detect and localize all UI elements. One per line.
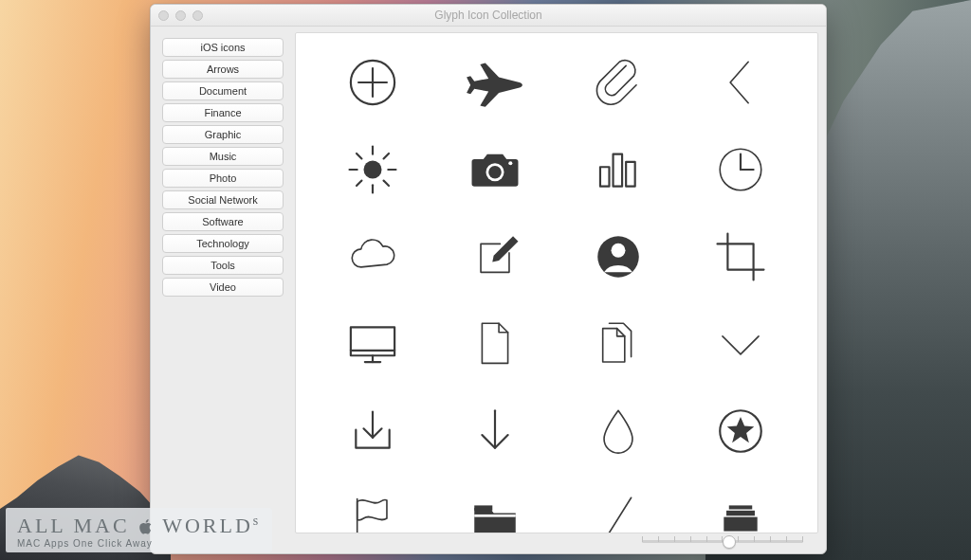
category-finance[interactable]: Finance	[162, 103, 284, 122]
download-icon[interactable]	[311, 388, 434, 475]
zoom-slider[interactable]	[642, 534, 803, 548]
svg-rect-16	[613, 154, 622, 187]
chevron-left-icon[interactable]	[680, 39, 803, 126]
category-tools[interactable]: Tools	[162, 256, 284, 275]
svg-line-10	[383, 154, 388, 158]
compose-icon[interactable]	[434, 213, 558, 300]
category-document[interactable]: Document	[162, 81, 284, 100]
category-sidebar: iOS icons Arrows Document Finance Graphi…	[151, 27, 295, 554]
category-technology[interactable]: Technology	[162, 234, 284, 253]
traffic-lights	[158, 10, 203, 21]
svg-point-3	[363, 160, 381, 178]
arrow-down-icon[interactable]	[434, 388, 558, 475]
contact-icon[interactable]	[557, 213, 680, 300]
watermark-line1: ALL MAC WORLDs	[17, 514, 261, 538]
category-graphic[interactable]: Graphic	[162, 125, 284, 144]
titlebar[interactable]: Glyph Icon Collection	[151, 5, 826, 27]
svg-rect-15	[600, 167, 610, 186]
camera-icon[interactable]	[434, 126, 558, 213]
airplane-icon[interactable]	[434, 39, 558, 126]
zoom-button[interactable]	[192, 10, 203, 21]
crop-icon[interactable]	[680, 213, 803, 300]
category-arrows[interactable]: Arrows	[162, 60, 284, 79]
document-icon[interactable]	[434, 300, 558, 388]
clock-icon[interactable]	[680, 126, 803, 213]
flag-icon[interactable]	[311, 475, 434, 533]
category-ios-icons[interactable]: iOS icons	[162, 38, 284, 57]
plus-circle-icon[interactable]	[311, 39, 434, 126]
icon-grid	[296, 33, 817, 533]
drop-icon[interactable]	[557, 388, 680, 475]
svg-point-22	[611, 244, 625, 258]
svg-line-9	[383, 181, 388, 186]
paperclip-icon[interactable]	[557, 39, 680, 126]
cloud-icon[interactable]	[311, 213, 434, 300]
svg-rect-33	[724, 517, 758, 532]
app-window: Glyph Icon Collection iOS icons Arrows D…	[150, 4, 827, 554]
icon-canvas[interactable]	[295, 32, 818, 533]
minimize-button[interactable]	[175, 10, 186, 21]
bar-chart-icon[interactable]	[557, 126, 680, 213]
svg-rect-17	[626, 162, 635, 187]
svg-point-13	[488, 166, 502, 179]
zoom-slider-track[interactable]	[642, 540, 803, 543]
monitor-icon[interactable]	[311, 300, 434, 388]
svg-point-14	[509, 161, 513, 165]
category-social-network[interactable]: Social Network	[162, 190, 284, 209]
category-video[interactable]: Video	[162, 278, 284, 297]
apple-logo-icon	[139, 519, 153, 534]
close-button[interactable]	[158, 10, 169, 21]
category-photo[interactable]: Photo	[162, 169, 284, 188]
stack-icon[interactable]	[680, 475, 803, 533]
desktop-wallpaper: Glyph Icon Collection iOS icons Arrows D…	[0, 0, 971, 560]
chevron-down-icon[interactable]	[680, 300, 803, 388]
svg-rect-31	[474, 515, 516, 517]
svg-rect-30	[474, 505, 492, 510]
category-software[interactable]: Software	[162, 212, 284, 231]
star-circle-icon[interactable]	[680, 388, 803, 475]
watermark-line2: MAC Apps One Click Away	[17, 538, 261, 549]
window-title: Glyph Icon Collection	[151, 9, 826, 22]
folder-icon[interactable]	[434, 475, 558, 533]
svg-line-32	[605, 497, 631, 533]
brightness-sun-icon[interactable]	[311, 126, 434, 213]
svg-rect-34	[726, 511, 755, 515]
svg-line-8	[357, 154, 361, 158]
svg-rect-35	[729, 505, 752, 509]
zoom-slider-thumb[interactable]	[723, 535, 736, 549]
watermark: ALL MAC WORLDs MAC Apps One Click Away	[6, 508, 272, 552]
category-music[interactable]: Music	[162, 147, 284, 166]
documents-icon[interactable]	[557, 300, 680, 388]
window-content: iOS icons Arrows Document Finance Graphi…	[151, 27, 826, 554]
slash-icon[interactable]	[557, 475, 680, 533]
svg-line-11	[357, 181, 361, 186]
